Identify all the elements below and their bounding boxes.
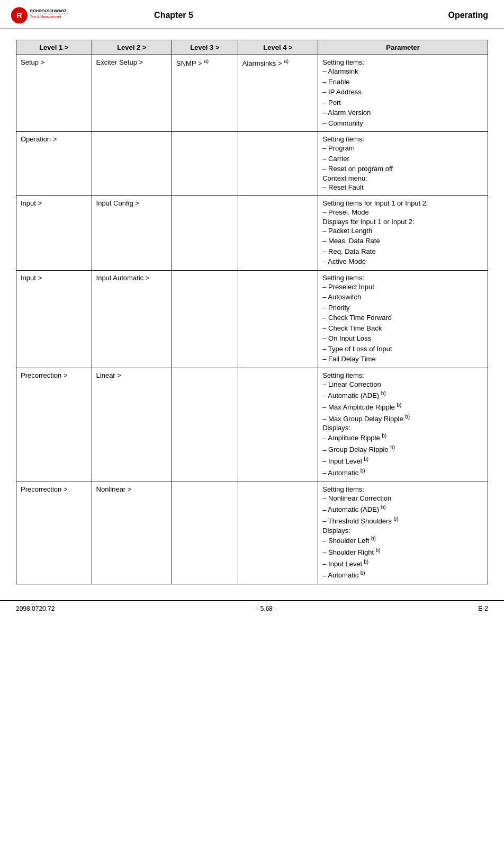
- footer-left: 2098.0720.72: [16, 605, 55, 612]
- list-item: Reset Fault: [322, 182, 483, 193]
- list-item: Presel. Mode: [322, 207, 483, 218]
- level2-cell: Nonlinear >: [92, 482, 172, 584]
- table-row: Operation > Setting items: Program Carri…: [16, 132, 488, 196]
- list-item: Meas. Data Rate: [322, 236, 483, 246]
- footer-right: E-2: [478, 605, 488, 612]
- level4-cell: Alarmsinks > a): [238, 55, 318, 132]
- level3-cell: [172, 482, 238, 584]
- list-item: Port: [322, 97, 483, 108]
- level1-cell: Precorrection >: [16, 482, 92, 584]
- param-list: Presel. Mode: [322, 207, 483, 218]
- param-list: Packet Length Meas. Data Rate Req. Data …: [322, 226, 483, 267]
- list-item: Autoswitch: [322, 292, 483, 303]
- list-item: Automatic (ADE) b): [322, 389, 483, 401]
- level2-cell: Input Config >: [92, 196, 172, 271]
- list-item: Group Delay Ripple b): [322, 443, 483, 455]
- col-header-level2: Level 2 >: [92, 40, 172, 55]
- superscript: b): [381, 390, 386, 396]
- superscript: b): [364, 456, 368, 462]
- param-list: Nonlinear Correction Automatic (ADE) b) …: [322, 493, 483, 527]
- list-item: Input Level b): [322, 455, 483, 467]
- list-item: Automatic b): [322, 569, 483, 581]
- level3-cell: [172, 132, 238, 196]
- param-list: Preselect Input Autoswitch Priority Chec…: [322, 282, 483, 364]
- list-item: Automatic b): [322, 467, 483, 478]
- level4-cell: [238, 132, 318, 196]
- page-footer: 2098.0720.72 - 5.68 - E-2: [0, 600, 504, 617]
- list-item: Shoulder Right b): [322, 546, 483, 558]
- table-row: Input > Input Automatic > Setting items:…: [16, 270, 488, 368]
- level4-cell: [238, 270, 318, 368]
- svg-text:R: R: [16, 11, 22, 20]
- alarmsinks-superscript: a): [284, 58, 289, 64]
- level2-cell: Input Automatic >: [92, 270, 172, 368]
- superscript: b): [376, 547, 381, 553]
- table-row: Precorrection > Nonlinear > Setting item…: [16, 482, 488, 584]
- level4-cell: [238, 368, 318, 482]
- superscript: b): [361, 570, 365, 576]
- level3-cell: [172, 368, 238, 482]
- main-table: Level 1 > Level 2 > Level 3 > Level 4 > …: [16, 40, 488, 584]
- svg-text:ROHDE&SCHWARZ: ROHDE&SCHWARZ: [30, 9, 67, 14]
- superscript: b): [397, 402, 401, 408]
- level1-cell: Input >: [16, 196, 92, 271]
- parameter-cell: Setting items: Linear Correction Automat…: [318, 368, 488, 482]
- list-item: Input Level b): [322, 558, 483, 570]
- list-item: Shoulder Left b): [322, 535, 483, 546]
- list-item: Threshold Shoulders b): [322, 515, 483, 527]
- table-row: Setup > Exciter Setup > SNMP > a) Alarms…: [16, 55, 488, 132]
- page: R ROHDE&SCHWARZ Test & Measurement Chapt…: [0, 0, 504, 863]
- table-header-row: Level 1 > Level 2 > Level 3 > Level 4 > …: [16, 40, 488, 55]
- level1-cell: Setup >: [16, 55, 92, 132]
- superscript: b): [382, 433, 386, 439]
- parameter-cell: Setting items for Input 1 or Input 2: Pr…: [318, 196, 488, 271]
- list-item: Program: [322, 143, 483, 154]
- list-item: Fail Delay Time: [322, 354, 483, 364]
- list-item: Preselect Input: [322, 282, 483, 292]
- param-list: Alarmsink Enable IP Address Port Alarm V…: [322, 66, 483, 128]
- list-item: Nonlinear Correction: [322, 493, 483, 504]
- level3-cell: SNMP > a): [172, 55, 238, 132]
- param-list: Reset Fault: [322, 182, 483, 193]
- list-item: Alarmsink: [322, 66, 483, 77]
- list-item: Community: [322, 118, 483, 129]
- param-list: Program Carrier Reset on program off: [322, 143, 483, 174]
- list-item: Active Mode: [322, 256, 483, 267]
- list-item: Req. Data Rate: [322, 246, 483, 257]
- svg-text:Test & Measurement: Test & Measurement: [30, 15, 61, 19]
- snmp-superscript: a): [204, 58, 209, 64]
- parameter-cell: Setting items: Nonlinear Correction Auto…: [318, 482, 488, 584]
- header-title: Operating: [278, 11, 488, 20]
- col-header-parameter: Parameter: [318, 40, 488, 55]
- col-header-level3: Level 3 >: [172, 40, 238, 55]
- logo: R ROHDE&SCHWARZ Test & Measurement: [11, 5, 69, 25]
- list-item: Amplitude Ripple b): [322, 432, 483, 443]
- superscript: b): [405, 414, 410, 420]
- list-item: Reset on program off: [322, 164, 483, 174]
- list-item: Max Amplitude Ripple b): [322, 401, 483, 413]
- list-item: Enable: [322, 77, 483, 87]
- level4-cell: [238, 196, 318, 271]
- col-header-level4: Level 4 >: [238, 40, 318, 55]
- superscript: b): [364, 559, 368, 565]
- page-header: R ROHDE&SCHWARZ Test & Measurement Chapt…: [0, 0, 504, 29]
- parameter-cell: Setting items: Alarmsink Enable IP Addre…: [318, 55, 488, 132]
- level1-cell: Input >: [16, 270, 92, 368]
- superscript: b): [371, 536, 376, 541]
- level1-cell: Precorrection >: [16, 368, 92, 482]
- list-item: IP Address: [322, 87, 483, 97]
- superscript: b): [381, 504, 386, 510]
- list-item: Alarm Version: [322, 108, 483, 118]
- logo-image: R ROHDE&SCHWARZ Test & Measurement: [11, 5, 69, 25]
- level3-cell: [172, 196, 238, 271]
- level3-cell: [172, 270, 238, 368]
- parameter-cell: Setting items: Preselect Input Autoswitc…: [318, 270, 488, 368]
- param-list: Amplitude Ripple b) Group Delay Ripple b…: [322, 432, 483, 478]
- list-item: Packet Length: [322, 226, 483, 236]
- level1-cell: Operation >: [16, 132, 92, 196]
- list-item: Priority: [322, 303, 483, 313]
- superscript: b): [390, 444, 395, 450]
- list-item: Carrier: [322, 154, 483, 164]
- table-row: Precorrection > Linear > Setting items: …: [16, 368, 488, 482]
- header-chapter: Chapter 5: [69, 11, 278, 20]
